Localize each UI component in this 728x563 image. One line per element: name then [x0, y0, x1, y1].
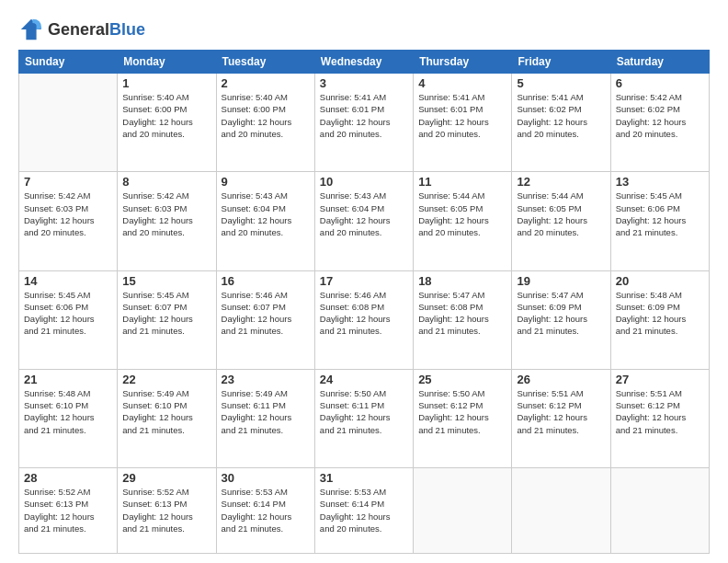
day-info: Sunrise: 5:50 AM Sunset: 6:11 PM Dayligh…: [320, 387, 408, 436]
calendar-cell: 13Sunrise: 5:45 AM Sunset: 6:06 PM Dayli…: [610, 172, 709, 270]
day-number: 3: [320, 76, 408, 90]
calendar-cell: 23Sunrise: 5:49 AM Sunset: 6:11 PM Dayli…: [216, 369, 314, 467]
calendar-cell: 16Sunrise: 5:46 AM Sunset: 6:07 PM Dayli…: [216, 270, 314, 369]
day-number: 2: [222, 76, 310, 90]
day-info: Sunrise: 5:44 AM Sunset: 6:05 PM Dayligh…: [418, 190, 506, 238]
calendar-cell: 4Sunrise: 5:41 AM Sunset: 6:01 PM Daylig…: [414, 74, 512, 172]
day-number: 29: [122, 471, 210, 485]
day-info: Sunrise: 5:41 AM Sunset: 6:01 PM Dayligh…: [418, 91, 506, 140]
col-friday: Friday: [512, 51, 610, 74]
calendar-cell: 19Sunrise: 5:47 AM Sunset: 6:09 PM Dayli…: [512, 270, 610, 369]
day-info: Sunrise: 5:46 AM Sunset: 6:07 PM Dayligh…: [222, 289, 310, 338]
day-number: 10: [320, 175, 408, 189]
day-number: 13: [616, 175, 704, 189]
calendar-cell: 10Sunrise: 5:43 AM Sunset: 6:04 PM Dayli…: [314, 172, 413, 270]
calendar-cell: 28Sunrise: 5:52 AM Sunset: 6:13 PM Dayli…: [19, 468, 118, 554]
day-info: Sunrise: 5:49 AM Sunset: 6:11 PM Dayligh…: [222, 387, 310, 436]
day-number: 21: [24, 373, 112, 386]
day-info: Sunrise: 5:49 AM Sunset: 6:10 PM Dayligh…: [122, 387, 210, 436]
calendar-cell: 12Sunrise: 5:44 AM Sunset: 6:05 PM Dayli…: [512, 172, 610, 270]
day-info: Sunrise: 5:47 AM Sunset: 6:09 PM Dayligh…: [517, 289, 605, 338]
day-number: 23: [222, 373, 310, 386]
col-thursday: Thursday: [414, 51, 512, 74]
day-info: Sunrise: 5:53 AM Sunset: 6:14 PM Dayligh…: [320, 486, 408, 534]
day-number: 18: [418, 274, 506, 288]
day-number: 4: [418, 76, 506, 90]
day-info: Sunrise: 5:52 AM Sunset: 6:13 PM Dayligh…: [24, 486, 112, 534]
day-info: Sunrise: 5:42 AM Sunset: 6:03 PM Dayligh…: [24, 190, 112, 238]
calendar-cell: 9Sunrise: 5:43 AM Sunset: 6:04 PM Daylig…: [216, 172, 314, 270]
day-number: 27: [616, 373, 704, 386]
day-number: 16: [222, 274, 310, 288]
calendar-cell: 5Sunrise: 5:41 AM Sunset: 6:02 PM Daylig…: [512, 74, 610, 172]
col-wednesday: Wednesday: [314, 51, 413, 74]
day-number: 26: [517, 373, 605, 386]
calendar-cell: 22Sunrise: 5:49 AM Sunset: 6:10 PM Dayli…: [118, 369, 216, 467]
day-info: Sunrise: 5:51 AM Sunset: 6:12 PM Dayligh…: [517, 387, 605, 436]
calendar-cell: 1Sunrise: 5:40 AM Sunset: 6:00 PM Daylig…: [118, 74, 216, 172]
calendar-cell: 18Sunrise: 5:47 AM Sunset: 6:08 PM Dayli…: [414, 270, 512, 369]
calendar-cell: 26Sunrise: 5:51 AM Sunset: 6:12 PM Dayli…: [512, 369, 610, 467]
day-number: 8: [122, 175, 210, 189]
day-number: 5: [517, 76, 605, 90]
day-info: Sunrise: 5:43 AM Sunset: 6:04 PM Dayligh…: [320, 190, 408, 238]
calendar-header-row: Sunday Monday Tuesday Wednesday Thursday…: [19, 51, 710, 74]
calendar-cell: [19, 74, 118, 172]
col-saturday: Saturday: [610, 51, 709, 74]
day-info: Sunrise: 5:51 AM Sunset: 6:12 PM Dayligh…: [616, 387, 704, 436]
day-info: Sunrise: 5:47 AM Sunset: 6:08 PM Dayligh…: [418, 289, 506, 338]
calendar-cell: 15Sunrise: 5:45 AM Sunset: 6:07 PM Dayli…: [118, 270, 216, 369]
day-number: 15: [122, 274, 210, 288]
calendar-cell: 27Sunrise: 5:51 AM Sunset: 6:12 PM Dayli…: [610, 369, 709, 467]
calendar-cell: 29Sunrise: 5:52 AM Sunset: 6:13 PM Dayli…: [118, 468, 216, 554]
logo-text: General Blue: [48, 20, 145, 40]
day-number: 24: [320, 373, 408, 386]
page: General Blue Sunday Monday Tuesday Wedne…: [0, 0, 728, 563]
day-info: Sunrise: 5:41 AM Sunset: 6:02 PM Dayligh…: [517, 91, 605, 140]
calendar-cell: 11Sunrise: 5:44 AM Sunset: 6:05 PM Dayli…: [414, 172, 512, 270]
day-number: 22: [122, 373, 210, 386]
header: General Blue: [18, 17, 710, 42]
day-number: 17: [320, 274, 408, 288]
day-number: 19: [517, 274, 605, 288]
day-number: 7: [24, 175, 112, 189]
calendar-cell: 3Sunrise: 5:41 AM Sunset: 6:01 PM Daylig…: [314, 74, 413, 172]
day-number: 14: [24, 274, 112, 288]
col-sunday: Sunday: [19, 51, 118, 74]
calendar-cell: [610, 468, 709, 554]
day-info: Sunrise: 5:40 AM Sunset: 6:00 PM Dayligh…: [122, 91, 210, 140]
day-number: 12: [517, 175, 605, 189]
day-info: Sunrise: 5:45 AM Sunset: 6:06 PM Dayligh…: [616, 190, 704, 238]
day-info: Sunrise: 5:48 AM Sunset: 6:10 PM Dayligh…: [24, 387, 112, 436]
day-info: Sunrise: 5:42 AM Sunset: 6:02 PM Dayligh…: [616, 91, 704, 140]
day-number: 9: [222, 175, 310, 189]
day-number: 6: [616, 76, 704, 90]
calendar-cell: 31Sunrise: 5:53 AM Sunset: 6:14 PM Dayli…: [314, 468, 413, 554]
day-info: Sunrise: 5:45 AM Sunset: 6:07 PM Dayligh…: [122, 289, 210, 338]
calendar-cell: 21Sunrise: 5:48 AM Sunset: 6:10 PM Dayli…: [19, 369, 118, 467]
logo-icon: [18, 17, 44, 42]
calendar-cell: 24Sunrise: 5:50 AM Sunset: 6:11 PM Dayli…: [314, 369, 413, 467]
day-number: 25: [418, 373, 506, 386]
calendar-cell: 20Sunrise: 5:48 AM Sunset: 6:09 PM Dayli…: [610, 270, 709, 369]
calendar-cell: 2Sunrise: 5:40 AM Sunset: 6:00 PM Daylig…: [216, 74, 314, 172]
calendar-cell: 17Sunrise: 5:46 AM Sunset: 6:08 PM Dayli…: [314, 270, 413, 369]
day-number: 30: [222, 471, 310, 485]
day-info: Sunrise: 5:45 AM Sunset: 6:06 PM Dayligh…: [24, 289, 112, 338]
calendar-cell: 14Sunrise: 5:45 AM Sunset: 6:06 PM Dayli…: [19, 270, 118, 369]
calendar-cell: 30Sunrise: 5:53 AM Sunset: 6:14 PM Dayli…: [216, 468, 314, 554]
day-info: Sunrise: 5:43 AM Sunset: 6:04 PM Dayligh…: [222, 190, 310, 238]
day-number: 20: [616, 274, 704, 288]
calendar-cell: 25Sunrise: 5:50 AM Sunset: 6:12 PM Dayli…: [414, 369, 512, 467]
day-info: Sunrise: 5:40 AM Sunset: 6:00 PM Dayligh…: [222, 91, 310, 140]
day-info: Sunrise: 5:50 AM Sunset: 6:12 PM Dayligh…: [418, 387, 506, 436]
day-number: 11: [418, 175, 506, 189]
col-monday: Monday: [118, 51, 216, 74]
day-info: Sunrise: 5:52 AM Sunset: 6:13 PM Dayligh…: [122, 486, 210, 534]
day-number: 31: [320, 471, 408, 485]
calendar-cell: [512, 468, 610, 554]
day-number: 1: [122, 76, 210, 90]
col-tuesday: Tuesday: [216, 51, 314, 74]
day-info: Sunrise: 5:42 AM Sunset: 6:03 PM Dayligh…: [122, 190, 210, 238]
day-info: Sunrise: 5:46 AM Sunset: 6:08 PM Dayligh…: [320, 289, 408, 338]
